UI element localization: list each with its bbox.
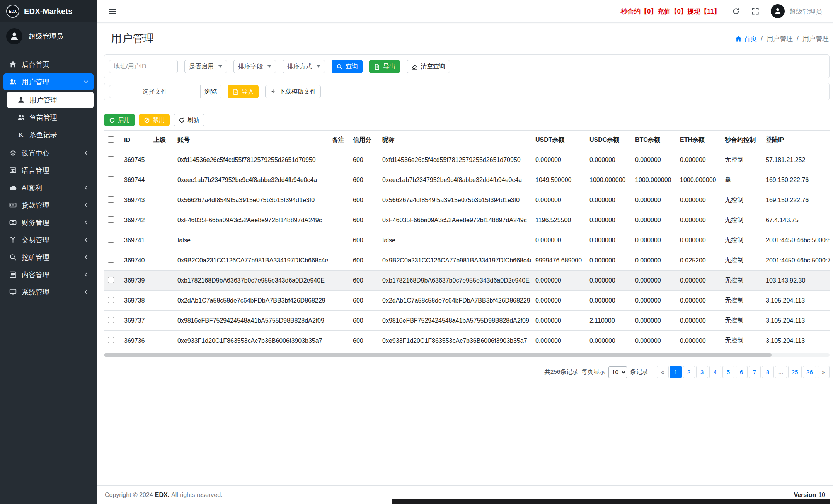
page-button-2[interactable]: 2 — [683, 366, 695, 378]
download-template-button[interactable]: 下载模版文件 — [265, 85, 321, 98]
per-page-select[interactable]: 10 — [608, 366, 627, 378]
sidebar-item-language-management[interactable]: 语言管理 — [3, 162, 94, 179]
row-select-cell — [104, 150, 120, 170]
cell-id: 369741 — [120, 230, 150, 250]
breadcrumb-home-link[interactable]: 首页 — [735, 34, 757, 43]
page-button-6[interactable]: 6 — [736, 366, 748, 378]
sidebar-item-content-management[interactable]: 内容管理 — [3, 266, 94, 283]
chevron-left-icon — [83, 254, 89, 260]
row-checkbox[interactable] — [108, 216, 114, 223]
page-button-26[interactable]: 26 — [803, 366, 816, 378]
disable-button[interactable]: 禁用 — [139, 114, 170, 126]
cell-btc: 0.000000 — [631, 190, 676, 210]
user-menu-name: 超级管理员 — [789, 7, 822, 16]
header-stats: 秒合约【0】充值【0】提现【11】 — [621, 7, 721, 16]
sidebar-subitem-user-management[interactable]: 用户管理 — [7, 92, 94, 108]
cloud-icon — [9, 184, 17, 191]
page-ellipsis[interactable]: ... — [775, 366, 787, 378]
cell-nickname: 0xeec1ab7b2347952be9c4f8abbe32dd4fb94e0c… — [378, 170, 531, 190]
cell-account: 0xeec1ab7b2347952be9c4f8abbe32dd4fb94e0c… — [174, 170, 328, 190]
sort-field-select[interactable]: 排序字段 — [233, 60, 276, 73]
page-prev-button[interactable]: « — [657, 366, 669, 378]
export-button[interactable]: 导出 — [369, 60, 400, 73]
page-button-4[interactable]: 4 — [709, 366, 721, 378]
page-button-3[interactable]: 3 — [696, 366, 708, 378]
fullscreen-icon[interactable] — [751, 7, 759, 15]
page-button-8[interactable]: 8 — [762, 366, 774, 378]
sidebar-item-label: 贷款管理 — [22, 201, 49, 210]
browse-button[interactable]: 浏览 — [200, 85, 221, 98]
cell-usdt: 1049.500000 — [531, 170, 586, 190]
cell-usdt: 0.000000 — [531, 190, 586, 210]
sidebar-item-ai-arbitrage[interactable]: AI套利 — [3, 179, 94, 196]
horizontal-scrollbar-thumb[interactable] — [104, 353, 772, 357]
sidebar-subitem-kill-record[interactable]: K 杀鱼记录 — [7, 126, 94, 143]
user-menu[interactable]: 超级管理员 — [771, 4, 822, 18]
cell-account: 0xb1782168D9bA63637b0c7e955e343d6a0D2e94… — [174, 271, 328, 291]
enabled-filter-select[interactable]: 是否启用 — [184, 60, 227, 73]
cell-usdt: 0.000000 — [531, 331, 586, 351]
sidebar-item-settings-center[interactable]: 设置中心 — [3, 145, 94, 161]
sidebar-item-system-management[interactable]: 系统管理 — [3, 284, 94, 300]
sidebar-subitem-label: 鱼苗管理 — [29, 113, 57, 122]
sidebar-user-panel: 超级管理员 — [0, 22, 97, 51]
page-button-5[interactable]: 5 — [722, 366, 734, 378]
row-checkbox[interactable] — [108, 156, 114, 162]
cell-ip: 103.143.92.30 — [762, 271, 830, 291]
row-checkbox[interactable] — [108, 237, 114, 243]
select-all-checkbox[interactable] — [108, 136, 114, 143]
clear-query-button[interactable]: 清空查询 — [407, 60, 450, 73]
cell-note — [328, 210, 349, 230]
cell-nickname: 0x9B2C0a231CC126CA77b981BA334197DfCb668c… — [378, 250, 531, 271]
cell-eth: 0.000000 — [676, 210, 721, 230]
import-button[interactable]: 导入 — [228, 85, 259, 98]
page-button-1[interactable]: 1 — [670, 366, 682, 378]
file-input[interactable]: 选择文件 浏览 — [109, 85, 221, 98]
sidebar-toggle-icon[interactable] — [108, 7, 117, 16]
per-page-suffix: 条记录 — [630, 368, 648, 376]
row-checkbox[interactable] — [108, 277, 114, 283]
sort-order-select[interactable]: 排序方式 — [283, 60, 325, 73]
page-button-7[interactable]: 7 — [749, 366, 761, 378]
search-input[interactable] — [109, 60, 178, 73]
breadcrumb-separator: / — [797, 35, 799, 43]
breadcrumb-current: 用户管理 — [802, 34, 829, 43]
sidebar-subitem-fry-management[interactable]: 鱼苗管理 — [7, 109, 94, 126]
cell-parent — [150, 291, 174, 311]
sidebar-item-label: 内容管理 — [22, 270, 49, 279]
sidebar-item-loan-management[interactable]: 贷款管理 — [3, 197, 94, 213]
enable-button[interactable]: 启用 — [104, 114, 135, 126]
row-checkbox[interactable] — [108, 176, 114, 182]
sidebar-item-finance-management[interactable]: 财务管理 — [3, 214, 94, 231]
sidebar-item-trade-management[interactable]: 交易管理 — [3, 232, 94, 248]
row-checkbox[interactable] — [108, 337, 114, 343]
row-checkbox[interactable] — [108, 297, 114, 303]
cell-id: 369737 — [120, 311, 150, 331]
cell-note — [328, 311, 349, 331]
row-checkbox[interactable] — [108, 257, 114, 263]
brand[interactable]: EDX EDX-Markets — [0, 0, 97, 22]
refresh-icon[interactable] — [732, 7, 740, 15]
cell-note — [328, 271, 349, 291]
home-icon — [9, 61, 17, 68]
row-checkbox[interactable] — [108, 317, 114, 323]
sidebar-item-mining-management[interactable]: 挖矿管理 — [3, 249, 94, 266]
row-select-cell — [104, 250, 120, 271]
cell-credit: 600 — [349, 331, 378, 351]
row-select-cell — [104, 291, 120, 311]
sidebar-item-label: 系统管理 — [22, 288, 49, 297]
page-button-25[interactable]: 25 — [788, 366, 802, 378]
cell-eth: 0.025200 — [676, 250, 721, 271]
sidebar-item-user-management[interactable]: 用户管理 — [3, 73, 94, 90]
row-checkbox[interactable] — [108, 196, 114, 203]
query-button[interactable]: 查询 — [332, 60, 363, 73]
cell-eth: 0.000000 — [676, 190, 721, 210]
money-icon — [9, 219, 17, 226]
page-next-button[interactable]: » — [818, 366, 830, 378]
sidebar-user-name: 超级管理员 — [29, 32, 63, 41]
table-row: 3697390xb1782168D9bA63637b0c7e955e343d6a… — [104, 271, 830, 291]
refresh-list-button[interactable]: 刷新 — [174, 114, 204, 126]
sidebar-item-dashboard[interactable]: 后台首页 — [3, 56, 94, 73]
cell-usdt: 0.000000 — [531, 291, 586, 311]
cell-nickname: 0x9816eFBF7529424548a41bA5755D98B828dA2f… — [378, 311, 531, 331]
